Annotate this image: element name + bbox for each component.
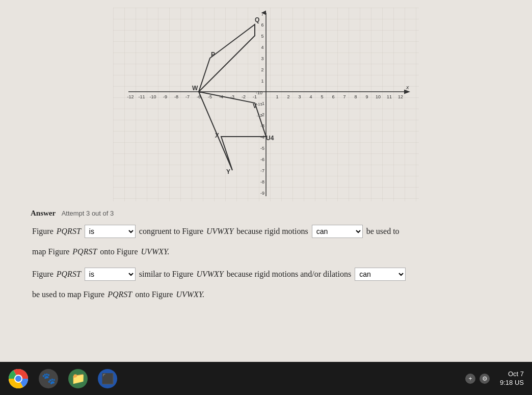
graph-container: -1 -2 -3 -4 -5 -6 -7 -8 -9 -10 -11 -12 1… — [113, 8, 419, 201]
s1-middle: congruent to Figure — [139, 225, 203, 238]
files-icon[interactable]: 📁 — [68, 369, 88, 388]
s2-onto: onto Figure — [135, 288, 173, 301]
svg-text:3: 3 — [261, 56, 263, 61]
svg-text:U4: U4 — [266, 135, 274, 142]
svg-text:P: P — [211, 51, 215, 58]
chrome-icon[interactable] — [8, 368, 29, 389]
svg-text:-12: -12 — [256, 113, 262, 118]
svg-text:-6: -6 — [260, 157, 264, 162]
s2-line2: be used to map Figure — [32, 288, 104, 301]
sentence-row-1b: map Figure PQRST onto Figure UVWXY. — [31, 245, 501, 258]
svg-text:7: 7 — [261, 12, 263, 17]
svg-text:-2: -2 — [242, 94, 246, 99]
coordinate-graph: -1 -2 -3 -4 -5 -6 -7 -8 -9 -10 -11 -12 1… — [113, 8, 419, 201]
svg-text:12: 12 — [398, 94, 403, 99]
graph-area: -1 -2 -3 -4 -5 -6 -7 -8 -9 -10 -11 -12 1… — [0, 0, 532, 204]
s1-dropdown2[interactable]: can cannot — [312, 225, 363, 238]
s2-figure3: PQRST — [108, 288, 132, 301]
taskbar-left: 🐾 📁 ⬛ — [8, 368, 117, 389]
s1-prefix: Figure — [32, 225, 54, 238]
svg-text:4: 4 — [261, 45, 263, 50]
attempt-text: Attempt 3 out of 3 — [62, 209, 114, 217]
svg-text:x: x — [406, 84, 409, 90]
svg-text:-9: -9 — [163, 94, 167, 99]
s1-end: be used to — [366, 225, 400, 238]
svg-text:-8: -8 — [260, 179, 264, 185]
svg-point-59 — [15, 376, 21, 382]
svg-text:1: 1 — [261, 78, 263, 84]
s2-figure4: UVWXY. — [176, 288, 204, 301]
s1-line2: map Figure — [32, 245, 69, 258]
s1-onto: onto Figure — [100, 245, 138, 258]
svg-text:2: 2 — [261, 67, 263, 72]
svg-text:W: W — [192, 85, 198, 92]
s1-figure2: UVWXY — [206, 225, 233, 238]
media-icon[interactable]: ⬛ — [98, 369, 117, 388]
time-text: 9:18 US — [500, 379, 524, 387]
s2-figure2: UVWXY — [196, 268, 223, 281]
add-icon[interactable]: + — [465, 374, 475, 384]
s2-figure1: PQRST — [57, 268, 81, 281]
svg-text:1: 1 — [276, 94, 278, 99]
svg-text:8: 8 — [354, 94, 357, 99]
s2-dropdown2[interactable]: can cannot — [355, 268, 406, 281]
svg-text:5: 5 — [321, 94, 323, 99]
s2-suffix: because rigid motions and/or dilations — [227, 268, 351, 281]
s2-prefix: Figure — [32, 268, 54, 281]
svg-text:11: 11 — [387, 94, 392, 99]
main-content: -1 -2 -3 -4 -5 -6 -7 -8 -9 -10 -11 -12 1… — [0, 0, 532, 362]
s1-figure4: UVWXY. — [141, 245, 170, 258]
svg-text:-9: -9 — [260, 191, 264, 196]
svg-text:-7: -7 — [260, 168, 264, 173]
date-text: Oct 7 — [508, 370, 524, 379]
svg-text:4: 4 — [309, 94, 312, 99]
svg-text:3: 3 — [298, 94, 301, 99]
sentence-block-2: Figure PQRST is is not similar to Figure… — [31, 268, 501, 301]
paw-icon[interactable]: 🐾 — [39, 369, 58, 388]
svg-text:6: 6 — [332, 94, 334, 99]
svg-text:2: 2 — [287, 94, 289, 99]
sentence-row-2a: Figure PQRST is is not similar to Figure… — [31, 268, 501, 281]
svg-text:10: 10 — [376, 94, 381, 99]
svg-text:7: 7 — [343, 94, 345, 99]
svg-text:Q: Q — [255, 16, 259, 23]
s2-middle: similar to Figure — [139, 268, 194, 281]
svg-text:-11: -11 — [138, 94, 145, 99]
sentence-row-1a: Figure PQRST is is not congruent to Figu… — [31, 225, 501, 238]
system-icons: + ⚙ — [465, 374, 490, 384]
svg-text:Y: Y — [226, 168, 230, 175]
answer-text: Answer — [31, 209, 56, 217]
svg-text:-10: -10 — [149, 94, 156, 99]
taskbar: 🐾 📁 ⬛ + ⚙ Oct 7 9:18 US — [0, 362, 532, 395]
svg-text:-10: -10 — [256, 90, 262, 95]
s1-dropdown1[interactable]: is is not — [85, 225, 136, 238]
date-time-display: Oct 7 9:18 US — [500, 370, 524, 387]
svg-text:9: 9 — [365, 94, 368, 99]
s1-figure3: PQRST — [72, 245, 97, 258]
svg-text:-7: -7 — [185, 94, 190, 99]
sentence-block-1: Figure PQRST is is not congruent to Figu… — [31, 225, 501, 258]
svg-text:-5: -5 — [208, 94, 212, 99]
s2-dropdown1[interactable]: is is not — [85, 268, 136, 281]
answer-label: Answer Attempt 3 out of 3 — [31, 209, 501, 218]
svg-text:-5: -5 — [260, 146, 264, 151]
svg-text:-12: -12 — [127, 94, 134, 99]
sentence-row-2b: be used to map Figure PQRST onto Figure … — [31, 288, 501, 301]
svg-text:5: 5 — [261, 34, 263, 39]
svg-text:-11: -11 — [256, 102, 262, 107]
svg-text:6: 6 — [261, 22, 263, 28]
s1-suffix: because rigid motions — [236, 225, 308, 238]
settings-icon[interactable]: ⚙ — [480, 374, 490, 384]
answer-section: Answer Attempt 3 out of 3 Figure PQRST i… — [0, 204, 532, 315]
taskbar-right: + ⚙ Oct 7 9:18 US — [465, 370, 524, 387]
s1-figure1: PQRST — [57, 225, 81, 238]
svg-text:-8: -8 — [174, 94, 178, 99]
